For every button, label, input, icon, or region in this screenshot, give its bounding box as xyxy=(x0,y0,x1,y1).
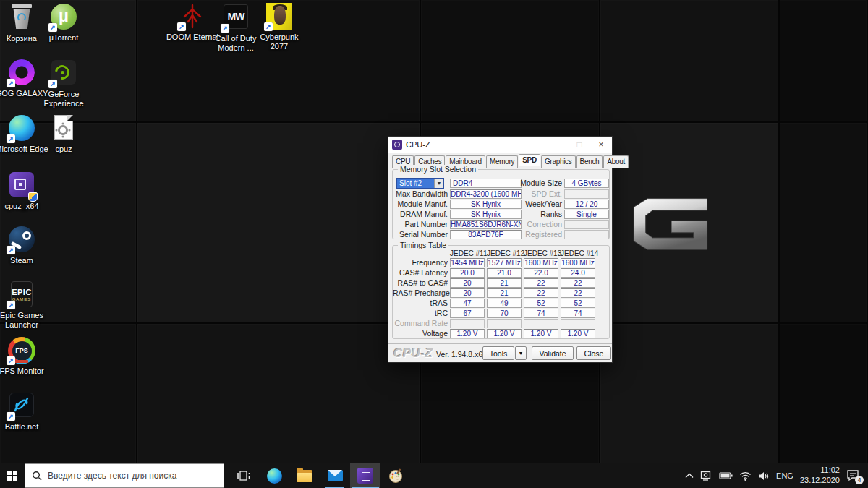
tab-graphics[interactable]: Graphics xyxy=(541,155,576,168)
desktop-icon-fps-monitor[interactable]: FPS ↗ FPS Monitor xyxy=(0,337,49,376)
wallpaper-tile xyxy=(780,0,868,123)
clock-time: 11:02 xyxy=(800,466,840,476)
shortcut-arrow-icon: ↗ xyxy=(7,79,15,87)
desktop-icon-geforce-experience[interactable]: ↗ GeForce Experience xyxy=(36,59,91,108)
search-icon xyxy=(32,471,42,481)
file-explorer-icon xyxy=(297,470,312,482)
timing-cell: 74 xyxy=(561,309,595,318)
shortcut-arrow-icon: ↗ xyxy=(48,23,57,32)
start-button[interactable] xyxy=(0,463,25,488)
window-footer: CPU-Z Ver. 1.94.8.x64 Tools ▼ Validate C… xyxy=(388,343,612,362)
close-button[interactable]: × xyxy=(590,137,612,153)
timing-cell: 1.20 V xyxy=(487,329,522,338)
column-header: JEDEC #14 xyxy=(561,249,595,257)
taskbar-cpuz-button[interactable] xyxy=(350,463,380,488)
cpuz-taskbar-icon xyxy=(357,468,373,484)
timing-cell: 20 xyxy=(450,288,485,298)
tab-about[interactable]: About xyxy=(603,155,629,168)
tray-chevron-up-icon[interactable] xyxy=(685,473,694,479)
taskbar-explorer-button[interactable] xyxy=(289,463,320,488)
desktop-icon-epic-games[interactable]: EPIC GAMES ↗ Epic Games Launcher xyxy=(0,281,49,330)
taskbar-search[interactable] xyxy=(25,463,224,488)
shortcut-arrow-icon: ↗ xyxy=(7,301,15,309)
version-text: Ver. 1.94.8.x64 xyxy=(436,350,487,359)
windows-logo-icon xyxy=(7,471,17,481)
correction-field xyxy=(564,220,609,229)
wallpaper-tile xyxy=(780,123,868,324)
taskbar-clock[interactable]: 11:02 23.12.2020 xyxy=(800,466,840,486)
cpuz-file-icon xyxy=(50,115,77,142)
field-label: Module Manuf. xyxy=(393,200,448,209)
mail-icon xyxy=(328,470,343,481)
close-window-button[interactable]: Close xyxy=(576,346,611,360)
row-label: Frequency xyxy=(393,258,448,267)
field-label: Serial Number xyxy=(393,230,448,239)
call-of-duty-icon: MW ↗ xyxy=(222,4,250,32)
steam-icon: ↗ xyxy=(8,226,35,254)
minimize-button[interactable]: – xyxy=(547,137,569,153)
epic-games-icon: EPIC GAMES ↗ xyxy=(8,281,35,309)
timing-cell: 21 xyxy=(487,278,522,288)
task-view-button[interactable] xyxy=(229,463,259,488)
desktop-icon-battlenet[interactable]: ↗ Battle.net xyxy=(0,391,49,432)
language-indicator[interactable]: ENG xyxy=(776,471,793,480)
timing-cell: 1.20 V xyxy=(561,329,595,338)
row-label: RAS# to CAS# xyxy=(393,278,448,288)
registered-field xyxy=(564,230,609,239)
spd-ext-field xyxy=(564,189,609,199)
slot-select[interactable]: Slot #2 ▼ xyxy=(396,178,444,189)
timing-cell xyxy=(524,319,558,328)
taskbar-paint-button[interactable] xyxy=(380,463,411,488)
desktop-icon-utorrent[interactable]: µ ↗ µTorrent xyxy=(36,3,91,43)
taskbar-edge-button[interactable] xyxy=(259,463,289,488)
field-label: SPD Ext. xyxy=(507,189,562,199)
row-label: Command Rate xyxy=(393,319,448,328)
tools-button[interactable]: Tools xyxy=(482,346,514,360)
tray-battery-icon[interactable] xyxy=(719,471,733,480)
tab-memory[interactable]: Memory xyxy=(486,155,518,168)
taskbar-mail-button[interactable] xyxy=(320,463,350,488)
slot-select-value: Slot #2 xyxy=(397,179,434,187)
notification-badge: 4 xyxy=(855,476,864,484)
timing-cell: 1.20 V xyxy=(450,329,485,338)
desktop-icon-label: FPS Monitor xyxy=(0,367,49,376)
tab-bench[interactable]: Bench xyxy=(576,155,603,168)
desktop-icon-steam[interactable]: ↗ Steam xyxy=(0,226,49,265)
row-label: tRAS xyxy=(393,299,448,308)
desktop-icon-label: Cyberpunk 2077 xyxy=(252,33,307,51)
window-title: CPU-Z xyxy=(406,140,430,149)
desktop-icon-label: Battle.net xyxy=(0,422,49,432)
timing-cell: 21.0 xyxy=(487,268,522,278)
timing-cell: 52 xyxy=(561,299,595,308)
tray-wifi-icon[interactable] xyxy=(739,471,752,481)
ranks-field: Single xyxy=(564,210,609,219)
fps-band xyxy=(14,360,28,363)
shortcut-arrow-icon: ↗ xyxy=(48,80,57,88)
field-label: Week/Year xyxy=(507,200,562,209)
tray-volume-icon[interactable] xyxy=(758,471,770,481)
field-label: Ranks xyxy=(507,210,562,219)
tab-spd[interactable]: SPD xyxy=(519,154,540,166)
task-view-icon xyxy=(237,470,250,481)
shortcut-arrow-icon: ↗ xyxy=(7,134,15,143)
field-label: Correction xyxy=(507,220,562,229)
dropdown-arrow-icon[interactable]: ▼ xyxy=(434,179,443,188)
tools-dropdown-arrow[interactable]: ▼ xyxy=(515,346,527,360)
timing-cell: 20.0 xyxy=(450,268,485,278)
search-input[interactable] xyxy=(48,471,207,481)
titlebar[interactable]: CPU-Z – □ × xyxy=(388,137,612,153)
tray-display-icon[interactable] xyxy=(700,471,712,481)
desktop-icon-cyberpunk-2077[interactable]: ↗ Cyberpunk 2077 xyxy=(252,3,307,51)
desktop-icon-cpuz-file[interactable]: cpuz xyxy=(36,114,91,154)
shortcut-arrow-icon: ↗ xyxy=(7,356,15,365)
field-label: Max Bandwidth xyxy=(393,189,448,199)
desktop-icon-label: Epic Games Launcher xyxy=(0,311,49,330)
timing-cell: 22 xyxy=(524,288,558,298)
validate-button[interactable]: Validate xyxy=(532,346,574,360)
shortcut-arrow-icon: ↗ xyxy=(221,24,229,33)
desktop-icon-cpuz-x64[interactable]: cpuz_x64 xyxy=(0,171,49,211)
timing-cell: 22 xyxy=(561,278,595,288)
timing-cell: 1.20 V xyxy=(524,329,558,338)
action-center-button[interactable]: 4 xyxy=(846,469,861,482)
timing-cell: 21 xyxy=(487,288,522,298)
